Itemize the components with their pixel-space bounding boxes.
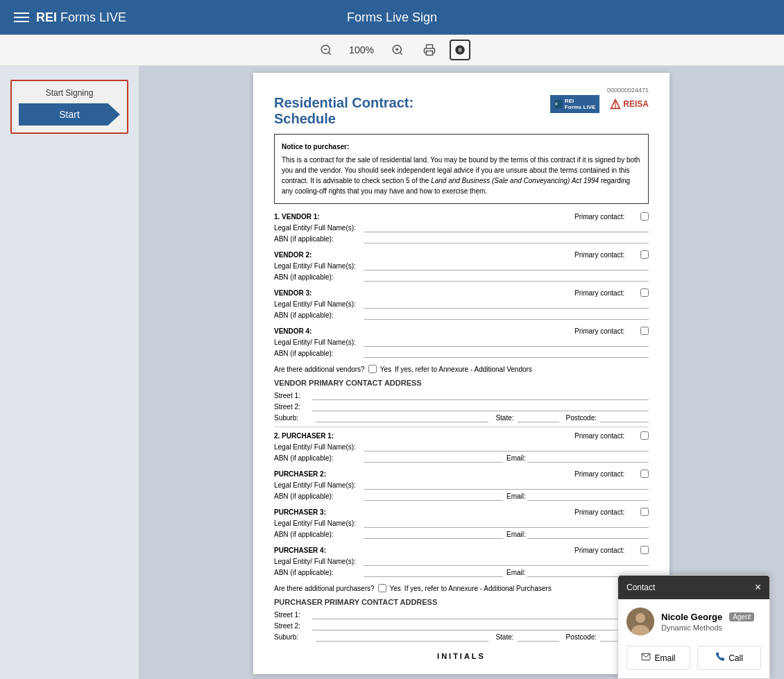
vendor-address-header: VENDOR PRIMARY CONTACT ADDRESS (274, 379, 649, 387)
call-button[interactable]: Call (697, 646, 761, 670)
app-header: REI Forms LIVE Forms Live Sign (0, 0, 784, 35)
hamburger-menu-icon[interactable] (14, 12, 29, 22)
save-icon-button[interactable] (450, 40, 470, 60)
phone-icon (715, 652, 725, 664)
vendor-state-input[interactable] (518, 413, 559, 422)
purchaser-4-abn-input[interactable] (364, 567, 503, 577)
vendor-2-section: VENDOR 2: Primary contact: Legal Entity/… (274, 250, 649, 282)
purchaser-3-email-input[interactable] (527, 529, 649, 539)
zoom-in-button[interactable] (386, 41, 409, 59)
chat-popup: Contact × Nicole George Agent Dynamic Me… (617, 575, 770, 679)
svg-point-13 (636, 613, 645, 623)
chat-close-button[interactable]: × (755, 581, 761, 594)
reisa-logo: REISA (610, 98, 649, 110)
purchaser-2-legal-entity-input[interactable] (364, 480, 649, 490)
logo: REI Forms LIVE (36, 10, 126, 25)
zoom-level: 100% (346, 44, 377, 55)
notice-body: This is a contract for the sale of resid… (282, 155, 641, 196)
vendor-4-section: VENDOR 4: Primary contact: Legal Entity/… (274, 327, 649, 358)
doc-title: Residential Contract: Schedule (274, 95, 414, 127)
vendor-1-primary-contact-checkbox[interactable] (640, 212, 649, 221)
purchaser-4-primary-contact-checkbox[interactable] (640, 546, 649, 554)
svg-rect-7 (426, 51, 432, 55)
vendor-1-abn-input[interactable] (364, 234, 649, 243)
vendor-4-legal-entity-input[interactable] (364, 337, 649, 347)
purchaser-address-header: PURCHASER PRIMARY CONTACT ADDRESS (274, 598, 649, 606)
vendor-4-primary-contact-checkbox[interactable] (640, 327, 649, 335)
vendor-1-section: 1. VENDOR 1: Primary contact: Legal Enti… (274, 212, 649, 243)
purchaser-2-email-input[interactable] (527, 491, 649, 501)
purchaser-1-section: 2. PURCHASER 1: Primary contact: Legal E… (274, 431, 649, 463)
additional-purchasers-row: Are there additional purchasers? Yes If … (274, 584, 649, 592)
purchaser-address-block: Street 1: Street 2: Suburb: State: Postc… (274, 610, 649, 642)
start-signing-label: Start Signing (19, 88, 120, 98)
purchaser-2-primary-contact-checkbox[interactable] (640, 470, 649, 478)
vendor-3-section: VENDOR 3: Primary contact: Legal Entity/… (274, 289, 649, 320)
start-button[interactable]: Start (19, 103, 120, 126)
vendor-1-legal-entity-input[interactable] (364, 223, 649, 232)
purchaser-state-input[interactable] (518, 632, 559, 642)
purchaser-1-abn-input[interactable] (364, 453, 503, 463)
purchaser-street1-input[interactable] (312, 610, 649, 619)
agent-info: Nicole George Agent Dynamic Methods (627, 608, 761, 635)
purchaser-4-legal-entity-input[interactable] (364, 556, 649, 566)
chat-body: Nicole George Agent Dynamic Methods Emai… (618, 599, 769, 678)
vendor-2-abn-input[interactable] (364, 272, 649, 282)
purchaser-3-legal-entity-input[interactable] (364, 518, 649, 528)
purchaser-3-section: PURCHASER 3: Primary contact: Legal Enti… (274, 508, 649, 539)
vendor-2-legal-entity-input[interactable] (364, 261, 649, 270)
notice-box: Notice to purchaser: This is a contract … (274, 134, 649, 204)
agent-avatar (627, 608, 654, 635)
forms-live-logo: F REIForms LIVE (550, 95, 599, 113)
email-button[interactable]: Email (627, 646, 690, 670)
purchaser-3-primary-contact-checkbox[interactable] (640, 508, 649, 516)
zoom-out-button[interactable] (314, 41, 338, 59)
additional-vendors-row: Are there additional vendors? Yes If yes… (274, 365, 649, 373)
vendor-3-primary-contact-checkbox[interactable] (640, 289, 649, 297)
additional-vendors-checkbox[interactable] (368, 365, 377, 373)
start-signing-box: Start Signing Start (10, 80, 128, 134)
doc-header: Residential Contract: Schedule F REIForm… (274, 95, 649, 127)
vendor-4-abn-input[interactable] (364, 348, 649, 358)
purchaser-1-email-input[interactable] (527, 453, 649, 463)
purchaser-3-abn-input[interactable] (364, 529, 503, 539)
vendor-2-primary-contact-checkbox[interactable] (640, 250, 649, 259)
chat-header: Contact × (618, 576, 769, 599)
purchaser-1-primary-contact-checkbox[interactable] (640, 431, 649, 440)
purchaser-suburb-input[interactable] (316, 632, 488, 642)
document-page: 000000024471 Residential Contract: Sched… (253, 73, 670, 674)
doc-number: 000000024471 (274, 87, 649, 94)
vendor-street1-input[interactable] (312, 390, 649, 400)
purchaser-street2-input[interactable] (312, 621, 649, 630)
print-button[interactable] (418, 41, 441, 59)
email-icon (641, 652, 651, 664)
svg-text:F: F (555, 102, 558, 106)
vendor-3-legal-entity-input[interactable] (364, 299, 649, 309)
purchaser-4-section: PURCHASER 4: Primary contact: Legal Enti… (274, 546, 649, 577)
chat-header-text: Contact (627, 583, 655, 592)
purchaser-2-section: PURCHASER 2: Primary contact: Legal Enti… (274, 470, 649, 501)
header-left: REI Forms LIVE (14, 10, 126, 25)
vendor-suburb-input[interactable] (316, 413, 488, 422)
header-title: Forms Live Sign (347, 10, 437, 25)
toolbar: 100% (0, 35, 784, 66)
chat-actions: Email Call (627, 646, 761, 670)
purchaser-2-abn-input[interactable] (364, 491, 503, 501)
svg-line-4 (400, 52, 402, 54)
vendor-address-block: Street 1: Street 2: Suburb: State: Postc… (274, 390, 649, 422)
vendor-postcode-input[interactable] (600, 413, 649, 422)
purchaser-1-legal-entity-input[interactable] (364, 442, 649, 452)
signing-panel: Start Signing Start (0, 66, 139, 679)
divider-1 (274, 427, 649, 427)
additional-purchasers-checkbox[interactable] (378, 584, 386, 592)
agent-details: Nicole George Agent Dynamic Methods (661, 612, 754, 632)
doc-logos: F REIForms LIVE REISA (550, 95, 649, 113)
initials-section: INITIALS (274, 652, 649, 660)
vendor-3-abn-input[interactable] (364, 310, 649, 320)
vendor-street2-input[interactable] (312, 402, 649, 411)
svg-line-1 (328, 52, 330, 54)
